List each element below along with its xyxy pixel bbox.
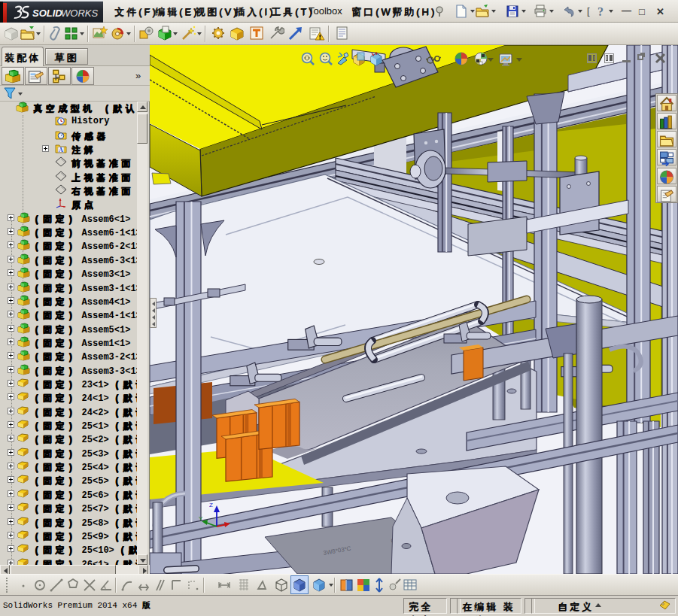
svg-text:A: A	[59, 147, 63, 153]
svg-text:Y: Y	[199, 515, 203, 522]
svg-text:?: ?	[597, 5, 604, 18]
svg-text:SOLID: SOLID	[32, 8, 62, 19]
svg-text:WORKS: WORKS	[61, 8, 98, 19]
svg-text:Z: Z	[209, 502, 213, 508]
